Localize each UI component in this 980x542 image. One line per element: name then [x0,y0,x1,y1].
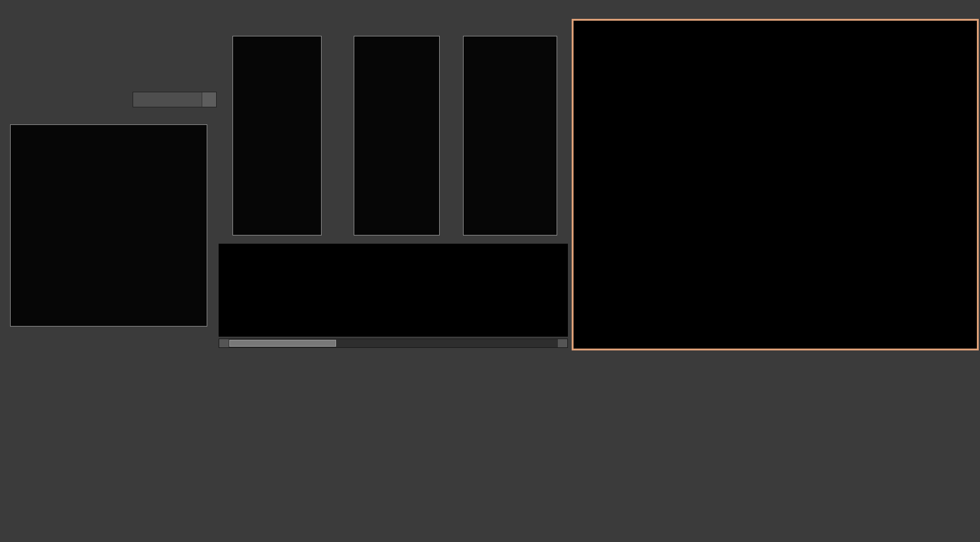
delta-c-y-axis [335,36,351,236]
cie-diagram-panel [572,19,979,350]
delta-l-y-axis [215,36,231,236]
scroll-left-icon[interactable] [219,339,229,347]
colorchecker-app [0,0,980,542]
deltae-x-axis [10,329,207,338]
delta-c-chart [354,36,440,236]
scroll-right-icon[interactable] [558,339,567,347]
actual-target-swatch-strip [219,244,568,337]
de-formula-dropdown[interactable] [133,92,217,107]
actual-row-label [219,247,227,284]
delta-l-chart [232,36,322,236]
cie-chromaticity-diagram [597,35,972,328]
delta-h-y-axis [444,36,460,236]
deltae-chart [10,124,207,327]
delta-h-chart [463,36,557,236]
description [15,53,226,66]
target-row-label [219,284,227,320]
dropdown-arrow-icon[interactable] [202,92,216,107]
swatch-strip-scrollbar[interactable] [219,339,568,348]
scrollbar-thumb[interactable] [229,340,336,347]
